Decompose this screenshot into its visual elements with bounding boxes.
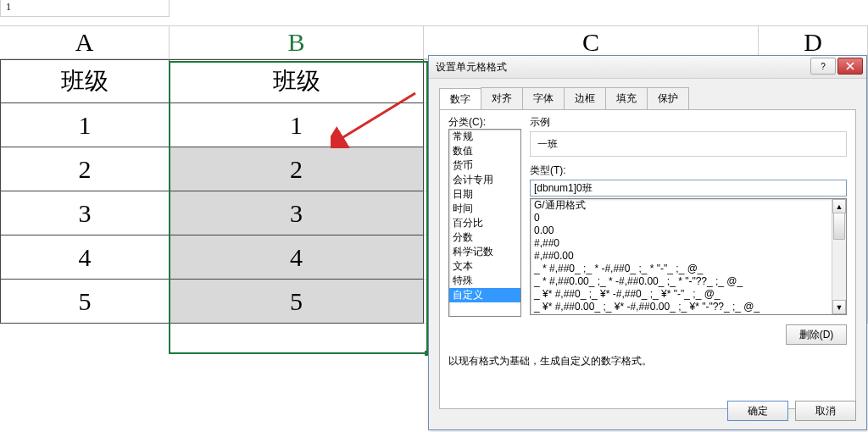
- format-preset-item[interactable]: 0.00: [531, 224, 846, 237]
- scroll-down-button[interactable]: ▼: [832, 300, 846, 314]
- category-item[interactable]: 文本: [449, 259, 520, 274]
- tab-panel-number: 分类(C): 常规数值货币会计专用日期时间百分比分数科学记数文本特殊自定义 示例…: [439, 109, 856, 409]
- help-button[interactable]: ?: [810, 58, 836, 75]
- type-input[interactable]: [530, 180, 847, 197]
- column-header-A[interactable]: A: [0, 25, 170, 59]
- format-preset-item[interactable]: #,##0;-#,##0: [531, 313, 846, 315]
- header-cell[interactable]: 班级: [0, 59, 170, 103]
- category-item[interactable]: 科学记数: [449, 245, 520, 259]
- column-header-C[interactable]: C: [424, 25, 759, 59]
- format-preset-item[interactable]: G/通用格式: [531, 199, 846, 212]
- format-preset-item[interactable]: #,##0.00: [531, 250, 846, 263]
- data-cell[interactable]: 1: [170, 103, 424, 147]
- data-cell[interactable]: 2: [0, 147, 170, 191]
- data-cell[interactable]: 3: [170, 191, 424, 235]
- category-item[interactable]: 常规: [449, 130, 520, 144]
- data-cell[interactable]: 4: [0, 235, 170, 280]
- example-label: 示例: [530, 115, 847, 130]
- cancel-button[interactable]: 取消: [795, 401, 856, 421]
- format-preset-list[interactable]: G/通用格式00.00#,##0#,##0.00_ * #,##0_ ;_ * …: [530, 198, 847, 315]
- category-label: 分类(C):: [448, 115, 486, 130]
- close-button[interactable]: [837, 58, 863, 75]
- data-cell[interactable]: 1: [0, 103, 170, 147]
- ok-button[interactable]: 确定: [727, 401, 788, 421]
- data-cell[interactable]: 5: [170, 280, 424, 324]
- dialog-tab[interactable]: 对齐: [481, 87, 523, 109]
- format-preset-item[interactable]: #,##0: [531, 237, 846, 250]
- header-cell[interactable]: 班级: [170, 59, 424, 103]
- dialog-tab[interactable]: 边框: [564, 87, 606, 109]
- category-item[interactable]: 自定义: [449, 288, 520, 302]
- format-preset-item[interactable]: _ * #,##0_ ;_ * -#,##0_ ;_ * "-"_ ;_ @_: [531, 263, 846, 275]
- category-item[interactable]: 特殊: [449, 274, 520, 288]
- category-list[interactable]: 常规数值货币会计专用日期时间百分比分数科学记数文本特殊自定义: [448, 129, 521, 317]
- close-icon: [846, 62, 854, 70]
- data-cell[interactable]: 3: [0, 191, 170, 235]
- scroll-up-button[interactable]: ▲: [832, 199, 846, 213]
- category-item[interactable]: 会计专用: [449, 173, 520, 187]
- ok-button-label: 确定: [748, 404, 768, 418]
- format-preset-item[interactable]: _ ¥* #,##0_ ;_ ¥* -#,##0_ ;_ ¥* "-"_ ;_ …: [531, 288, 846, 301]
- data-cell[interactable]: 4: [170, 235, 424, 280]
- format-preset-item[interactable]: _ ¥* #,##0.00_ ;_ ¥* -#,##0.00_ ;_ ¥* "-…: [531, 301, 846, 313]
- format-cells-dialog: 设置单元格格式 ? 数字对齐字体边框填充保护 分类(C): 常规数值货币会计专用…: [428, 55, 867, 430]
- column-headers: ABCD: [0, 25, 868, 59]
- format-preset-item[interactable]: 0: [531, 212, 846, 224]
- category-item[interactable]: 日期: [449, 187, 520, 202]
- dialog-tab[interactable]: 填充: [605, 87, 648, 109]
- delete-button-label: 删除(D): [799, 328, 834, 342]
- dialog-tab[interactable]: 数字: [439, 88, 481, 110]
- dialog-titlebar[interactable]: 设置单元格格式 ?: [429, 56, 866, 79]
- formula-bar[interactable]: 1: [0, 0, 170, 17]
- category-item[interactable]: 百分比: [449, 216, 520, 230]
- category-item[interactable]: 分数: [449, 230, 520, 245]
- dialog-tab[interactable]: 字体: [522, 87, 565, 109]
- column-header-B[interactable]: B: [170, 25, 424, 59]
- scrollbar[interactable]: ▲ ▼: [832, 199, 846, 314]
- dialog-tab[interactable]: 保护: [647, 87, 689, 109]
- format-note: 以现有格式为基础，生成自定义的数字格式。: [448, 354, 652, 368]
- delete-format-button[interactable]: 删除(D): [786, 324, 847, 345]
- category-item[interactable]: 时间: [449, 202, 520, 216]
- category-item[interactable]: 数值: [449, 144, 520, 158]
- format-preset-item[interactable]: _ * #,##0.00_ ;_ * -#,##0.00_ ;_ * "-"??…: [531, 275, 846, 288]
- scroll-thumb[interactable]: [833, 213, 845, 240]
- cancel-button-label: 取消: [815, 404, 836, 418]
- example-box: 一班: [530, 131, 847, 157]
- column-header-D[interactable]: D: [759, 25, 868, 59]
- dialog-tabs: 数字对齐字体边框填充保护: [439, 87, 856, 109]
- dialog-title: 设置单元格格式: [436, 60, 507, 75]
- data-cell[interactable]: 5: [0, 280, 170, 324]
- category-item[interactable]: 货币: [449, 158, 520, 173]
- type-label: 类型(T):: [530, 163, 847, 178]
- data-cell[interactable]: 2: [170, 147, 424, 191]
